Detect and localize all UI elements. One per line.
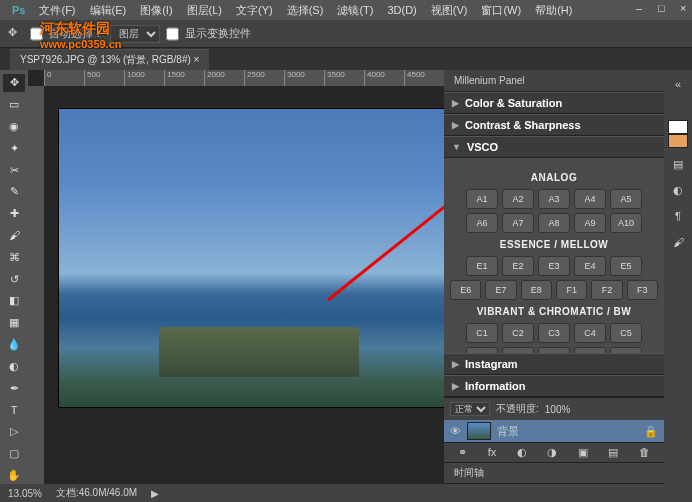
menu-filter[interactable]: 滤镜(T) [331,3,379,18]
preset-button-c4[interactable]: C4 [574,323,606,343]
panel-tab-millenium[interactable]: Millenium Panel [444,70,664,92]
brush-panel-icon[interactable]: 🖌 [668,232,688,252]
document-tab[interactable]: YSP7926.JPG @ 13% (背景, RGB/8#) × [10,49,209,70]
preset-button-a8[interactable]: A8 [538,213,570,233]
lasso-tool[interactable]: ◉ [3,118,25,136]
preset-group-title: ANALOG [450,172,658,183]
layer-row[interactable]: 👁 背景 🔒 [444,420,664,442]
section-vsco[interactable]: ▼VSCO [444,136,664,158]
menu-image[interactable]: 图像(I) [134,3,178,18]
text-tool[interactable]: T [3,401,25,419]
menu-edit[interactable]: 编辑(E) [84,3,133,18]
crop-tool[interactable]: ✂ [3,161,25,179]
swatch-1[interactable] [668,120,688,134]
preset-button-f2[interactable]: F2 [591,280,622,300]
opacity-value[interactable]: 100% [545,404,571,415]
path-tool[interactable]: ▷ [3,423,25,441]
dodge-tool[interactable]: ◐ [3,357,25,375]
section-information[interactable]: ▶Information [444,375,664,397]
marquee-tool[interactable]: ▭ [3,96,25,114]
menu-help[interactable]: 帮助(H) [529,3,578,18]
preset-button-a10[interactable]: A10 [610,213,642,233]
menu-view[interactable]: 视图(V) [425,3,474,18]
group-icon[interactable]: ▣ [578,446,588,459]
swatch-2[interactable] [668,134,688,148]
minimize-button[interactable]: – [630,2,644,14]
layer-thumbnail[interactable] [467,422,491,440]
history-icon[interactable]: ▤ [668,154,688,174]
app-icon: Ps [6,4,31,16]
blur-tool[interactable]: 💧 [3,336,25,354]
maximize-button[interactable]: □ [652,2,666,14]
preset-button-a2[interactable]: A2 [502,189,534,209]
hand-tool[interactable]: ✋ [3,466,25,484]
stamp-tool[interactable]: ⌘ [3,248,25,266]
preset-button-a9[interactable]: A9 [574,213,606,233]
new-layer-icon[interactable]: ▤ [608,446,618,459]
canvas-area[interactable]: 050010001500200025003000350040004500 [28,70,444,484]
preset-button-e8[interactable]: E8 [521,280,552,300]
trash-icon[interactable]: 🗑 [639,446,650,459]
preset-button-c1[interactable]: C1 [466,323,498,343]
blend-mode-select[interactable]: 正常 [450,402,490,416]
ruler-vertical [28,86,44,484]
timeline-tab[interactable]: 时间轴 [444,462,664,484]
preset-button-a7[interactable]: A7 [502,213,534,233]
showtransform-checkbox[interactable] [166,25,179,43]
chevron-right-icon[interactable]: ▶ [151,488,159,499]
fx-icon[interactable]: fx [488,446,497,459]
section-color-saturation[interactable]: ▶Color & Saturation [444,92,664,114]
preset-button-e6[interactable]: E6 [450,280,481,300]
mask-icon[interactable]: ◐ [517,446,527,459]
history-brush-tool[interactable]: ↺ [3,270,25,288]
preset-button-a5[interactable]: A5 [610,189,642,209]
preset-button-a4[interactable]: A4 [574,189,606,209]
right-panel: Millenium Panel ▶Color & Saturation ▶Con… [444,70,664,484]
menu-3d[interactable]: 3D(D) [381,4,422,16]
menu-type[interactable]: 文字(Y) [230,3,279,18]
preset-row: C1C2C3C4C5 [450,323,658,343]
visibility-icon[interactable]: 👁 [450,425,461,437]
preset-button-e7[interactable]: E7 [485,280,516,300]
section-contrast-sharpness[interactable]: ▶Contrast & Sharpness [444,114,664,136]
preset-button-a6[interactable]: A6 [466,213,498,233]
preset-button-c3[interactable]: C3 [538,323,570,343]
shape-tool[interactable]: ▢ [3,445,25,463]
wand-tool[interactable]: ✦ [3,139,25,157]
zoom-value[interactable]: 13.05% [8,488,42,499]
lock-icon[interactable]: 🔒 [644,425,658,438]
layer-name[interactable]: 背景 [497,424,519,439]
eyedropper-tool[interactable]: ✎ [3,183,25,201]
menu-layer[interactable]: 图层(L) [181,3,228,18]
close-button[interactable]: × [674,2,688,14]
preset-button-e5[interactable]: E5 [610,256,642,276]
menu-file[interactable]: 文件(F) [33,3,81,18]
eraser-tool[interactable]: ◧ [3,292,25,310]
paragraph-icon[interactable]: ¶ [668,206,688,226]
canvas-image[interactable] [58,108,444,408]
preset-row: A6A7A8A9A10 [450,213,658,233]
preset-button-e1[interactable]: E1 [466,256,498,276]
preset-button-a3[interactable]: A3 [538,189,570,209]
layers-panel: 正常 不透明度: 100% 👁 背景 🔒 ⚭ fx ◐ ◑ ▣ ▤ 🗑 时间轴 [444,397,664,484]
preset-button-a1[interactable]: A1 [466,189,498,209]
preset-button-c5[interactable]: C5 [610,323,642,343]
preset-button-e2[interactable]: E2 [502,256,534,276]
move-tool[interactable]: ✥ [3,74,25,92]
link-layers-icon[interactable]: ⚭ [458,446,467,459]
brush-tool[interactable]: 🖌 [3,227,25,245]
pen-tool[interactable]: ✒ [3,379,25,397]
gradient-tool[interactable]: ▦ [3,314,25,332]
section-instagram[interactable]: ▶Instagram [444,353,664,375]
collapse-icon[interactable]: « [668,74,688,94]
preset-button-f1[interactable]: F1 [556,280,587,300]
preset-button-c2[interactable]: C2 [502,323,534,343]
preset-button-e4[interactable]: E4 [574,256,606,276]
menu-select[interactable]: 选择(S) [281,3,330,18]
menu-window[interactable]: 窗口(W) [475,3,527,18]
heal-tool[interactable]: ✚ [3,205,25,223]
adjustment-icon[interactable]: ◑ [547,446,557,459]
adjust-icon[interactable]: ◐ [668,180,688,200]
preset-button-e3[interactable]: E3 [538,256,570,276]
preset-button-f3[interactable]: F3 [627,280,658,300]
